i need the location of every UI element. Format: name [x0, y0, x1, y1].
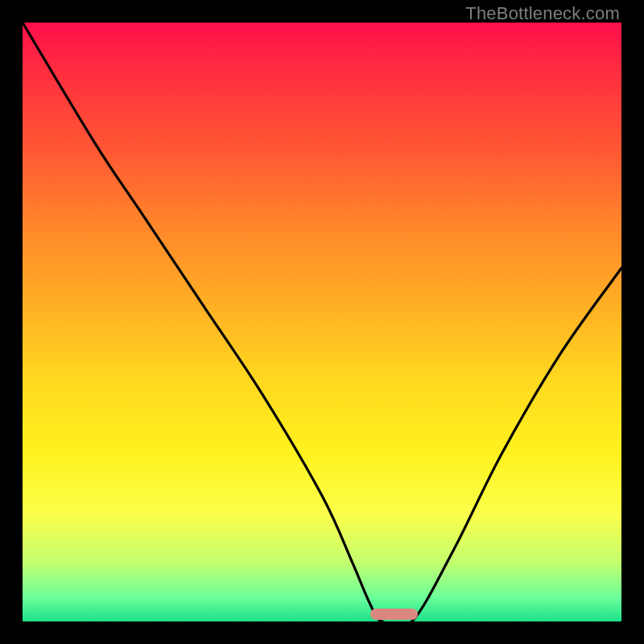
curve-path — [23, 23, 621, 621]
bottleneck-curve — [23, 23, 621, 621]
plot-area — [23, 23, 621, 621]
attribution-label: TheBottleneck.com — [465, 3, 620, 24]
chart-frame: TheBottleneck.com — [0, 0, 644, 644]
trough-marker — [370, 609, 419, 620]
